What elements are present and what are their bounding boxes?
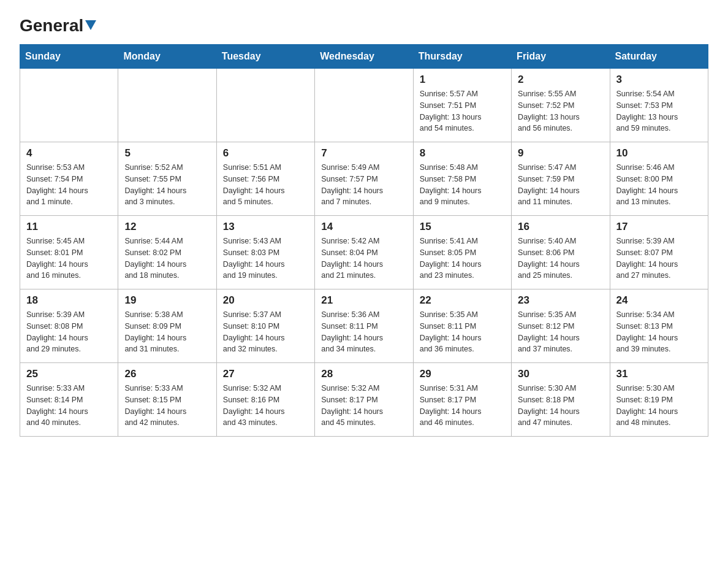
day-number: 28 xyxy=(321,368,406,380)
calendar-cell xyxy=(118,69,216,142)
day-info: Sunrise: 5:52 AM Sunset: 7:55 PM Dayligh… xyxy=(124,162,210,208)
day-info: Sunrise: 5:42 AM Sunset: 8:04 PM Dayligh… xyxy=(321,236,406,282)
calendar-cell: 20Sunrise: 5:37 AM Sunset: 8:10 PM Dayli… xyxy=(216,289,314,363)
calendar-cell: 30Sunrise: 5:30 AM Sunset: 8:18 PM Dayli… xyxy=(512,363,610,437)
day-number: 18 xyxy=(26,294,112,307)
calendar-cell: 26Sunrise: 5:33 AM Sunset: 8:15 PM Dayli… xyxy=(118,363,216,437)
calendar-cell: 15Sunrise: 5:41 AM Sunset: 8:05 PM Dayli… xyxy=(413,216,511,289)
day-number: 31 xyxy=(616,368,702,380)
day-number: 10 xyxy=(616,147,702,159)
day-number: 9 xyxy=(518,147,603,159)
day-info: Sunrise: 5:45 AM Sunset: 8:01 PM Dayligh… xyxy=(26,236,112,282)
calendar-cell: 18Sunrise: 5:39 AM Sunset: 8:08 PM Dayli… xyxy=(20,289,118,363)
calendar-wrapper: Sunday Monday Tuesday Wednesday Thursday… xyxy=(0,39,728,451)
calendar-week-row: 4Sunrise: 5:53 AM Sunset: 7:54 PM Daylig… xyxy=(20,142,708,216)
day-number: 1 xyxy=(420,74,505,86)
day-number: 20 xyxy=(223,294,308,307)
day-number: 19 xyxy=(124,294,210,307)
day-info: Sunrise: 5:33 AM Sunset: 8:15 PM Dayligh… xyxy=(124,383,210,429)
header-saturday: Saturday xyxy=(610,45,708,69)
day-number: 6 xyxy=(223,147,308,159)
day-number: 26 xyxy=(124,368,210,380)
calendar-table: Sunday Monday Tuesday Wednesday Thursday… xyxy=(20,44,708,437)
calendar-cell: 10Sunrise: 5:46 AM Sunset: 8:00 PM Dayli… xyxy=(610,142,708,216)
calendar-cell: 8Sunrise: 5:48 AM Sunset: 7:58 PM Daylig… xyxy=(413,142,511,216)
calendar-cell: 19Sunrise: 5:38 AM Sunset: 8:09 PM Dayli… xyxy=(118,289,216,363)
day-number: 3 xyxy=(616,74,702,86)
calendar-cell: 16Sunrise: 5:40 AM Sunset: 8:06 PM Dayli… xyxy=(512,216,610,289)
logo-general-text: General xyxy=(20,16,83,36)
header-friday: Friday xyxy=(512,45,610,69)
day-info: Sunrise: 5:46 AM Sunset: 8:00 PM Dayligh… xyxy=(616,162,702,208)
day-number: 14 xyxy=(321,221,406,233)
calendar-cell: 28Sunrise: 5:32 AM Sunset: 8:17 PM Dayli… xyxy=(315,363,413,437)
calendar-cell: 17Sunrise: 5:39 AM Sunset: 8:07 PM Dayli… xyxy=(610,216,708,289)
day-number: 16 xyxy=(518,221,603,233)
header-tuesday: Tuesday xyxy=(216,45,314,69)
day-number: 2 xyxy=(518,74,603,86)
calendar-cell: 22Sunrise: 5:35 AM Sunset: 8:11 PM Dayli… xyxy=(413,289,511,363)
day-info: Sunrise: 5:34 AM Sunset: 8:13 PM Dayligh… xyxy=(616,309,702,355)
header-thursday: Thursday xyxy=(413,45,511,69)
page-header: General xyxy=(0,0,728,39)
day-info: Sunrise: 5:44 AM Sunset: 8:02 PM Dayligh… xyxy=(124,236,210,282)
day-number: 5 xyxy=(124,147,210,159)
day-info: Sunrise: 5:48 AM Sunset: 7:58 PM Dayligh… xyxy=(420,162,505,208)
calendar-cell: 4Sunrise: 5:53 AM Sunset: 7:54 PM Daylig… xyxy=(20,142,118,216)
calendar-cell: 6Sunrise: 5:51 AM Sunset: 7:56 PM Daylig… xyxy=(216,142,314,216)
calendar-week-row: 25Sunrise: 5:33 AM Sunset: 8:14 PM Dayli… xyxy=(20,363,708,437)
calendar-header-row: Sunday Monday Tuesday Wednesday Thursday… xyxy=(20,45,708,69)
day-info: Sunrise: 5:39 AM Sunset: 8:08 PM Dayligh… xyxy=(26,309,112,355)
day-info: Sunrise: 5:35 AM Sunset: 8:11 PM Dayligh… xyxy=(420,309,505,355)
day-info: Sunrise: 5:30 AM Sunset: 8:19 PM Dayligh… xyxy=(616,383,702,429)
day-number: 29 xyxy=(420,368,505,380)
day-info: Sunrise: 5:36 AM Sunset: 8:11 PM Dayligh… xyxy=(321,309,406,355)
day-number: 15 xyxy=(420,221,505,233)
day-info: Sunrise: 5:49 AM Sunset: 7:57 PM Dayligh… xyxy=(321,162,406,208)
calendar-cell: 1Sunrise: 5:57 AM Sunset: 7:51 PM Daylig… xyxy=(413,69,511,142)
calendar-cell: 25Sunrise: 5:33 AM Sunset: 8:14 PM Dayli… xyxy=(20,363,118,437)
calendar-cell: 31Sunrise: 5:30 AM Sunset: 8:19 PM Dayli… xyxy=(610,363,708,437)
day-info: Sunrise: 5:53 AM Sunset: 7:54 PM Dayligh… xyxy=(26,162,112,208)
calendar-cell: 24Sunrise: 5:34 AM Sunset: 8:13 PM Dayli… xyxy=(610,289,708,363)
calendar-cell: 5Sunrise: 5:52 AM Sunset: 7:55 PM Daylig… xyxy=(118,142,216,216)
calendar-cell xyxy=(315,69,413,142)
calendar-cell: 3Sunrise: 5:54 AM Sunset: 7:53 PM Daylig… xyxy=(610,69,708,142)
calendar-week-row: 11Sunrise: 5:45 AM Sunset: 8:01 PM Dayli… xyxy=(20,216,708,289)
logo-triangle-icon xyxy=(85,15,96,34)
day-number: 22 xyxy=(420,294,505,307)
day-number: 7 xyxy=(321,147,406,159)
day-info: Sunrise: 5:51 AM Sunset: 7:56 PM Dayligh… xyxy=(223,162,308,208)
day-info: Sunrise: 5:57 AM Sunset: 7:51 PM Dayligh… xyxy=(420,88,505,134)
calendar-week-row: 1Sunrise: 5:57 AM Sunset: 7:51 PM Daylig… xyxy=(20,69,708,142)
day-info: Sunrise: 5:40 AM Sunset: 8:06 PM Dayligh… xyxy=(518,236,603,282)
day-info: Sunrise: 5:41 AM Sunset: 8:05 PM Dayligh… xyxy=(420,236,505,282)
calendar-cell: 12Sunrise: 5:44 AM Sunset: 8:02 PM Dayli… xyxy=(118,216,216,289)
logo: General xyxy=(20,15,96,34)
day-info: Sunrise: 5:30 AM Sunset: 8:18 PM Dayligh… xyxy=(518,383,603,429)
calendar-cell: 21Sunrise: 5:36 AM Sunset: 8:11 PM Dayli… xyxy=(315,289,413,363)
calendar-cell: 27Sunrise: 5:32 AM Sunset: 8:16 PM Dayli… xyxy=(216,363,314,437)
day-info: Sunrise: 5:32 AM Sunset: 8:16 PM Dayligh… xyxy=(223,383,308,429)
calendar-cell: 13Sunrise: 5:43 AM Sunset: 8:03 PM Dayli… xyxy=(216,216,314,289)
day-number: 11 xyxy=(26,221,112,233)
day-number: 8 xyxy=(420,147,505,159)
calendar-cell: 7Sunrise: 5:49 AM Sunset: 7:57 PM Daylig… xyxy=(315,142,413,216)
day-info: Sunrise: 5:38 AM Sunset: 8:09 PM Dayligh… xyxy=(124,309,210,355)
calendar-cell: 29Sunrise: 5:31 AM Sunset: 8:17 PM Dayli… xyxy=(413,363,511,437)
header-sunday: Sunday xyxy=(20,45,118,69)
calendar-cell: 23Sunrise: 5:35 AM Sunset: 8:12 PM Dayli… xyxy=(512,289,610,363)
day-info: Sunrise: 5:54 AM Sunset: 7:53 PM Dayligh… xyxy=(616,88,702,134)
calendar-cell xyxy=(20,69,118,142)
calendar-cell: 11Sunrise: 5:45 AM Sunset: 8:01 PM Dayli… xyxy=(20,216,118,289)
day-number: 13 xyxy=(223,221,308,233)
header-monday: Monday xyxy=(118,45,216,69)
day-number: 21 xyxy=(321,294,406,307)
day-info: Sunrise: 5:39 AM Sunset: 8:07 PM Dayligh… xyxy=(616,236,702,282)
day-info: Sunrise: 5:37 AM Sunset: 8:10 PM Dayligh… xyxy=(223,309,308,355)
day-number: 17 xyxy=(616,221,702,233)
calendar-cell: 9Sunrise: 5:47 AM Sunset: 7:59 PM Daylig… xyxy=(512,142,610,216)
day-number: 25 xyxy=(26,368,112,380)
calendar-week-row: 18Sunrise: 5:39 AM Sunset: 8:08 PM Dayli… xyxy=(20,289,708,363)
svg-marker-0 xyxy=(85,20,96,30)
